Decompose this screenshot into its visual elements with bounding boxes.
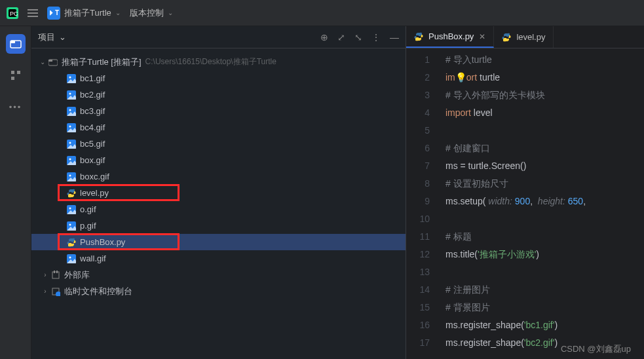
svg-point-29 — [69, 256, 71, 258]
expand-icon[interactable]: ⤢ — [337, 32, 345, 43]
project-tool-button[interactable] — [6, 34, 26, 54]
tree-extlib[interactable]: › 外部库 — [31, 267, 406, 283]
svg-point-21 — [69, 158, 71, 160]
svg-rect-5 — [11, 71, 14, 74]
left-tool-strip: ••• — [0, 26, 31, 359]
image-icon — [66, 140, 77, 149]
python-icon — [66, 238, 77, 247]
file-label: bc3.gif — [80, 106, 105, 116]
code-body[interactable]: # 导入turtle im💡ort turtle # 导入外部写的关卡模块 im… — [439, 48, 644, 359]
file-label: box.gif — [80, 155, 105, 165]
project-panel: 项目 ⌄ ⊕ ⤢ ⤡ ⋮ — ⌄ 推箱子Turtle [推箱子] C:\User… — [31, 26, 406, 359]
svg-rect-32 — [56, 271, 58, 273]
editor-tab[interactable]: PushBox.py ✕ — [406, 26, 494, 48]
file-label: p.gif — [80, 221, 96, 231]
svg-point-25 — [69, 207, 71, 209]
tree-file[interactable]: box.gif — [31, 152, 406, 168]
tree-scratch[interactable]: › 临时文件和控制台 — [31, 283, 406, 299]
tree-file[interactable]: level.py — [31, 185, 406, 201]
svg-point-19 — [69, 142, 71, 143]
tree-root[interactable]: ⌄ 推箱子Turtle [推箱子] C:\Users\16615\Desktop… — [31, 54, 406, 70]
python-icon — [66, 189, 77, 198]
chevron-down-icon: ⌄ — [115, 9, 121, 16]
tree-file[interactable]: bc3.gif — [31, 103, 406, 119]
file-label: wall.gif — [80, 254, 106, 263]
file-label: boxc.gif — [80, 172, 109, 181]
svg-text:PC: PC — [10, 10, 18, 17]
svg-point-13 — [69, 92, 71, 94]
tree-file[interactable]: bc5.gif — [31, 136, 406, 152]
options-icon[interactable]: ⋮ — [371, 32, 381, 43]
top-bar: PC 🞂T 推箱子Turtle ⌄ 版本控制 ⌄ — [0, 0, 644, 26]
structure-tool-button[interactable] — [6, 66, 26, 85]
svg-rect-4 — [10, 41, 15, 43]
editor-tabs: PushBox.py ✕ level.py — [406, 26, 644, 48]
svg-point-27 — [69, 223, 71, 225]
image-icon — [66, 172, 77, 181]
tree-file[interactable]: bc2.gif — [31, 86, 406, 103]
tree-file[interactable]: bc4.gif — [31, 119, 406, 136]
file-label: bc4.gif — [80, 123, 105, 132]
tab-label: PushBox.py — [428, 31, 474, 41]
image-icon — [66, 107, 77, 116]
project-name: 推箱子Turtle — [64, 7, 111, 19]
file-label: PushBox.py — [80, 237, 125, 247]
svg-rect-30 — [52, 272, 59, 278]
image-icon — [66, 205, 77, 214]
line-gutter: 1234567891011121314151617 — [406, 48, 439, 359]
hide-icon[interactable]: — — [390, 32, 399, 43]
file-label: level.py — [80, 188, 109, 198]
tree-file[interactable]: boxc.gif — [31, 168, 406, 185]
editor-panel: PushBox.py ✕ level.py 123456789101112131… — [406, 26, 644, 359]
tree-file[interactable]: PushBox.py — [31, 234, 406, 250]
svg-point-15 — [69, 109, 71, 111]
locate-icon[interactable]: ⊕ — [320, 32, 328, 43]
watermark: CSDN @刘鑫磊up — [561, 343, 631, 355]
tree-file[interactable]: o.gif — [31, 201, 406, 217]
chevron-down-icon: ⌄ — [168, 9, 173, 16]
tree-file[interactable]: p.gif — [31, 217, 406, 234]
image-icon — [66, 123, 77, 132]
svg-rect-6 — [17, 71, 20, 74]
svg-point-17 — [69, 125, 71, 127]
svg-rect-9 — [48, 60, 52, 62]
more-tool-button[interactable]: ••• — [6, 97, 26, 117]
app-logo-icon: PC — [7, 7, 18, 19]
image-icon — [66, 90, 77, 100]
vcs-label: 版本控制 — [130, 7, 164, 19]
image-icon — [66, 74, 77, 83]
image-icon — [66, 156, 77, 165]
project-panel-title[interactable]: 项目 ⌄ — [38, 31, 66, 43]
collapse-icon[interactable]: ⤡ — [354, 32, 362, 43]
image-icon — [66, 221, 77, 231]
image-icon — [66, 254, 77, 263]
file-label: o.gif — [80, 204, 96, 214]
svg-rect-31 — [54, 271, 55, 273]
tree-file[interactable]: wall.gif — [31, 250, 406, 267]
project-crumb[interactable]: 🞂T 推箱子Turtle ⌄ — [47, 7, 121, 20]
project-tree[interactable]: ⌄ 推箱子Turtle [推箱子] C:\Users\16615\Desktop… — [31, 48, 406, 359]
vcs-crumb[interactable]: 版本控制 ⌄ — [130, 7, 173, 19]
close-icon[interactable]: ✕ — [479, 32, 485, 41]
tab-label: level.py — [516, 32, 545, 42]
editor-tab[interactable]: level.py — [494, 26, 554, 48]
svg-point-34 — [56, 292, 60, 296]
svg-point-11 — [69, 76, 71, 78]
main-menu-icon[interactable] — [28, 9, 38, 17]
chevron-down-icon: ⌄ — [59, 32, 66, 42]
file-label: bc2.gif — [80, 90, 105, 100]
file-label: bc1.gif — [80, 73, 105, 83]
file-label: bc5.gif — [80, 139, 105, 149]
tree-file[interactable]: bc1.gif — [31, 70, 406, 86]
svg-point-23 — [69, 174, 71, 176]
project-badge-icon: 🞂T — [47, 7, 60, 20]
python-icon — [414, 32, 423, 41]
python-icon — [502, 33, 511, 42]
svg-rect-7 — [11, 77, 14, 80]
